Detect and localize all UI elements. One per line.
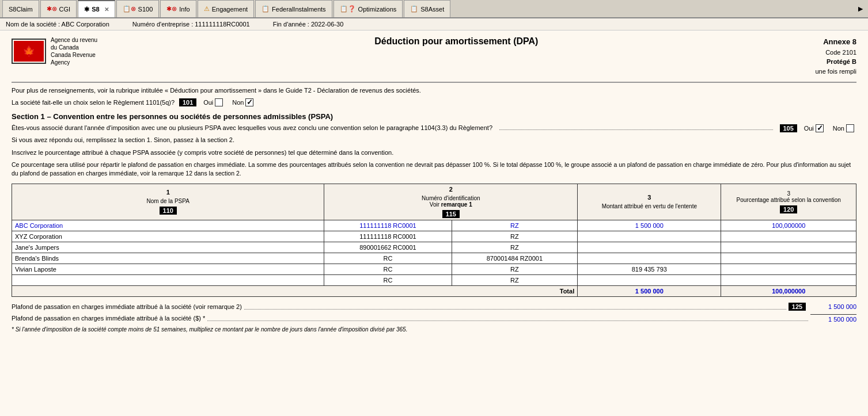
row-percent[interactable] xyxy=(721,253,856,264)
table-row: ABC Corporation111111118 RC0001RZ1 500 0… xyxy=(12,220,856,231)
agency-en2: Agency xyxy=(51,59,97,66)
tab-s8-icon: ✱ xyxy=(84,6,89,13)
table-row: Jane's Jumpers890001662 RC0001RZ xyxy=(12,242,856,253)
col2-header: 2 Numéro d'identification Voir remarque … xyxy=(324,184,578,220)
row-amount[interactable]: 1 500 000 xyxy=(578,220,721,231)
row-id1[interactable]: RC xyxy=(324,264,452,274)
tab-cgi[interactable]: ✱⊗ CGI xyxy=(40,0,77,17)
tab-s8-label: S8 xyxy=(92,6,99,13)
company-name: Nom de la société : ABC Corporation xyxy=(6,21,109,28)
tab-optimizations-label: Optimizations xyxy=(358,6,397,13)
agency-fr2: du Canada xyxy=(51,44,97,51)
row-name[interactable]: ABC Corporation xyxy=(12,220,324,231)
total-amount: 1 500 000 xyxy=(578,285,721,296)
col3-label: Montant attribué en vertu de l'entente xyxy=(602,203,697,209)
row-id2[interactable]: RZ xyxy=(452,220,578,231)
footer-125-code: 125 xyxy=(789,303,806,311)
row-percent[interactable] xyxy=(721,274,856,285)
col1-num: 1 xyxy=(15,189,321,196)
tab-info-label: Info xyxy=(179,6,189,13)
row-name[interactable]: Brenda's Blinds xyxy=(12,253,324,264)
agency-en1: Canada Revenue xyxy=(51,51,97,59)
tab-federalinstalments[interactable]: 📋 FederalInstalments xyxy=(255,0,332,17)
rule-101-text: La société fait-elle un choix selon le R… xyxy=(12,99,175,106)
total-percent: 100,000000 xyxy=(721,285,856,296)
col3-header: 3 Montant attribué en vertu de l'entente xyxy=(578,184,721,220)
row-amount[interactable] xyxy=(578,253,721,264)
row-percent[interactable] xyxy=(721,242,856,253)
row-id1[interactable]: RC xyxy=(324,253,452,264)
non-101-label: Non xyxy=(232,99,244,106)
maple-leaf: 🍁 xyxy=(23,41,35,62)
tab-cgi-icon: ✱⊗ xyxy=(47,5,57,13)
year-end: Fin d'année : 2022-06-30 xyxy=(273,21,344,28)
oui-105-label: Oui xyxy=(804,125,814,132)
row-amount[interactable] xyxy=(578,274,721,285)
total-label: Total xyxy=(12,285,578,296)
col1-header: 1 Nom de la PSPA 110 xyxy=(12,184,324,220)
footer-125-line: Plafond de passation en charges immédiat… xyxy=(12,303,856,311)
tab-s8[interactable]: ✱ S8 ✕ xyxy=(78,0,115,17)
non-101-group: Non xyxy=(232,98,253,106)
row-id1[interactable]: 890001662 RC0001 xyxy=(324,242,452,253)
enterprise-number: Numéro d'entreprise : 111111118RC0001 xyxy=(132,21,250,28)
row-name[interactable] xyxy=(12,274,324,285)
row-id2[interactable]: RZ xyxy=(452,231,578,242)
tab-optimizations[interactable]: 📋❓ Optimizations xyxy=(333,0,403,17)
row-id2[interactable]: RZ xyxy=(452,264,578,274)
footer-dollar-value: 1 500 000 xyxy=(810,314,856,323)
dotted-105 xyxy=(499,124,773,130)
row-percent[interactable] xyxy=(721,231,856,242)
row-name[interactable]: Vivian Laposte xyxy=(12,264,324,274)
col4-header: 3 Pourcentage attribué selon la conventi… xyxy=(721,184,856,220)
field-105: 105 xyxy=(780,124,797,132)
protege-line: Protégé B xyxy=(815,57,856,67)
row-amount[interactable] xyxy=(578,242,721,253)
tab-s100-label: S100 xyxy=(138,6,153,13)
row-amount[interactable] xyxy=(578,231,721,242)
tab-s100[interactable]: 📋⊗ S100 xyxy=(116,0,160,17)
red-bar-left xyxy=(14,41,23,62)
table-row: Vivian LaposteRCRZ819 435 793 xyxy=(12,264,856,274)
close-icon[interactable]: ✕ xyxy=(104,6,109,13)
red-bar-right xyxy=(35,41,44,62)
tab-s8claim-label: S8Claim xyxy=(9,6,33,13)
row-id1[interactable]: RC xyxy=(324,274,452,285)
row-percent[interactable] xyxy=(721,264,856,274)
table-row: XYZ Corporation111111118 RC0001RZ xyxy=(12,231,856,242)
tab-optimizations-icon: 📋❓ xyxy=(340,5,356,13)
non-101-checkbox[interactable] xyxy=(245,98,253,106)
footer-dollar-line: Plafond de passation en charges immédiat… xyxy=(12,314,856,323)
agency-fr: Agence du revenu xyxy=(51,36,97,44)
tab-nav-arrow[interactable]: ► xyxy=(853,4,868,13)
tab-bar: S8Claim ✱⊗ CGI ✱ S8 ✕ 📋⊗ S100 ✱⊗ Info ⚠ … xyxy=(0,0,868,18)
tab-s8claim[interactable]: S8Claim xyxy=(2,0,39,17)
row-id2[interactable]: RZ xyxy=(452,242,578,253)
tab-info[interactable]: ✱⊗ Info xyxy=(160,0,196,17)
row-id2[interactable]: RZ xyxy=(452,274,578,285)
tab-s8asset-icon: 📋 xyxy=(410,5,418,13)
logo-left: 🍁 Agence du revenu du Canada Canada Reve… xyxy=(12,36,97,66)
row-id2[interactable]: 870001484 RZ0001 xyxy=(452,253,578,264)
si-text: Si vous avez répondu oui, remplissez la … xyxy=(12,136,856,144)
footer-note: * Si l'année d'imposition de la société … xyxy=(12,326,856,333)
non-105-checkbox[interactable] xyxy=(846,124,854,132)
rule-101-line: La société fait-elle un choix selon le R… xyxy=(12,98,856,106)
non-105-group: Non xyxy=(833,124,854,132)
row-id1[interactable]: 111111118 RC0001 xyxy=(324,220,452,231)
row-name[interactable]: XYZ Corporation xyxy=(12,231,324,242)
row-name[interactable]: Jane's Jumpers xyxy=(12,242,324,253)
row-percent[interactable]: 100,000000 xyxy=(721,220,856,231)
oui-101-checkbox[interactable] xyxy=(215,98,223,106)
row-amount3: 819 435 793 xyxy=(578,264,721,274)
tab-cgi-label: CGI xyxy=(59,6,71,13)
tab-s8asset[interactable]: 📋 S8Asset xyxy=(404,0,450,17)
canada-flag-box: 🍁 xyxy=(12,39,46,64)
col4-num: 3 xyxy=(787,190,790,197)
tab-engagement[interactable]: ⚠ Engagement xyxy=(198,0,254,17)
oui-105-checkbox[interactable] xyxy=(816,124,824,132)
footer-125-dots xyxy=(244,304,786,310)
row-id1[interactable]: 111111118 RC0001 xyxy=(324,231,452,242)
annexe-box: Annexe 8 Code 2101 Protégé B une fois re… xyxy=(815,36,856,76)
col3-num: 3 xyxy=(581,194,718,201)
